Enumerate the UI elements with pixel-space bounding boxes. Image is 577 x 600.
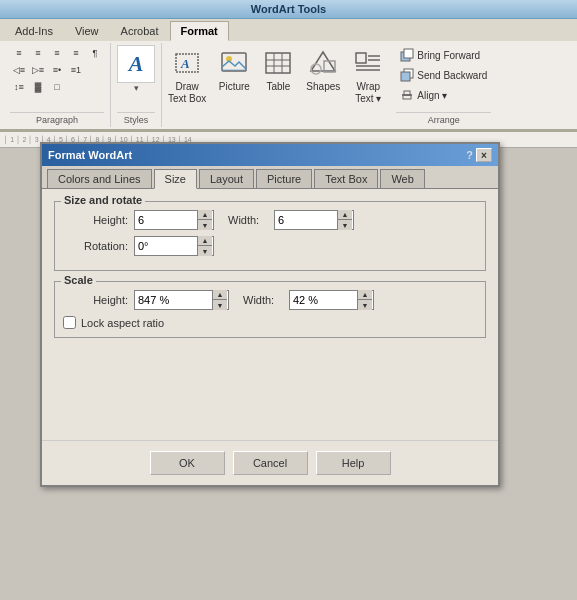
scale-width-down-btn[interactable]: ▼	[358, 300, 372, 310]
scale-height-spinner[interactable]: ▲ ▼	[134, 290, 229, 310]
width-up-btn[interactable]: ▲	[338, 210, 352, 220]
send-backward-btn[interactable]: Send Backward	[396, 65, 491, 85]
lock-aspect-label: Lock aspect ratio	[81, 317, 164, 329]
dialog-tabs: Colors and Lines Size Layout Picture Tex…	[42, 166, 498, 189]
bring-forward-btn[interactable]: Bring Forward	[396, 45, 484, 65]
paragraph-buttons: ≡ ≡ ≡ ≡ ¶ ◁≡ ▷≡ ≡• ≡1 ↕≡ ▓ □	[10, 45, 104, 96]
scale-width-input[interactable]	[290, 291, 357, 309]
tab-view[interactable]: View	[64, 21, 110, 41]
height-row: Height: ▲ ▼ Width: ▲ ▼	[63, 210, 477, 230]
ribbon-title: WordArt Tools	[0, 0, 577, 19]
indent-right-btn[interactable]: ▷≡	[29, 62, 47, 78]
help-button[interactable]: Help	[316, 451, 391, 475]
width-label-1: Width:	[228, 214, 268, 226]
rotation-down-btn[interactable]: ▼	[198, 246, 212, 256]
align-icon	[400, 88, 414, 102]
borders-btn[interactable]: □	[48, 79, 66, 95]
height-spinner[interactable]: ▲ ▼	[134, 210, 214, 230]
scale-section: Scale Height: ▲ ▼ Width: ▲	[54, 281, 486, 338]
ribbon-content: ≡ ≡ ≡ ≡ ¶ ◁≡ ▷≡ ≡• ≡1 ↕≡ ▓ □ Par	[0, 41, 577, 131]
align-left-btn[interactable]: ≡	[10, 45, 28, 61]
indent-left-btn[interactable]: ◁≡	[10, 62, 28, 78]
table-label: Table	[266, 81, 290, 92]
height-up-btn[interactable]: ▲	[198, 210, 212, 220]
dialog-title-text: Format WordArt	[48, 149, 132, 161]
list-btn[interactable]: ≡•	[48, 62, 66, 78]
rotation-label: Rotation:	[63, 240, 128, 252]
align-btn[interactable]: Align ▾	[396, 85, 451, 105]
wrap-text-label: WrapText ▾	[355, 81, 381, 105]
tab-picture[interactable]: Picture	[256, 169, 312, 188]
paragraph-label: Paragraph	[10, 112, 104, 125]
paragraph-group: ≡ ≡ ≡ ≡ ¶ ◁≡ ▷≡ ≡• ≡1 ↕≡ ▓ □ Par	[4, 43, 111, 127]
ribbon-title-text: WordArt Tools	[251, 3, 326, 15]
rotation-up-btn[interactable]: ▲	[198, 236, 212, 246]
svg-rect-13	[356, 53, 366, 63]
table-btn[interactable]: Table	[256, 43, 300, 127]
rotation-row: Rotation: ▲ ▼	[63, 236, 477, 256]
picture-btn[interactable]: Picture	[212, 43, 256, 127]
scale-height-label: Height:	[63, 294, 128, 306]
rotation-input[interactable]	[135, 237, 197, 255]
width-label-2: Width:	[243, 294, 283, 306]
picture-label: Picture	[219, 81, 250, 92]
scale-width-up-btn[interactable]: ▲	[358, 290, 372, 300]
svg-rect-21	[401, 72, 410, 81]
cancel-button[interactable]: Cancel	[233, 451, 308, 475]
align-center-btn[interactable]: ≡	[29, 45, 47, 61]
lock-aspect-checkbox[interactable]	[63, 316, 76, 329]
pilcrow-btn[interactable]: ¶	[86, 45, 104, 61]
draw-text-box-label: DrawText Box	[168, 81, 206, 105]
wrap-text-btn[interactable]: WrapText ▾	[346, 43, 390, 127]
size-rotate-section: Size and rotate Height: ▲ ▼ Width:	[54, 201, 486, 271]
svg-rect-5	[266, 53, 290, 73]
shapes-btn[interactable]: Shapes	[300, 43, 346, 127]
dialog-body: Size and rotate Height: ▲ ▼ Width:	[42, 189, 498, 440]
shading-btn[interactable]: ▓	[29, 79, 47, 95]
shapes-label: Shapes	[306, 81, 340, 92]
lock-aspect-row: Lock aspect ratio	[63, 316, 477, 329]
tab-web[interactable]: Web	[380, 169, 424, 188]
shapes-icon	[307, 47, 339, 79]
height-label: Height:	[63, 214, 128, 226]
num-list-btn[interactable]: ≡1	[67, 62, 85, 78]
draw-text-box-btn[interactable]: A DrawText Box	[162, 43, 212, 127]
tab-format[interactable]: Format	[170, 21, 229, 41]
width-down-btn[interactable]: ▼	[338, 220, 352, 230]
width-input[interactable]	[275, 211, 337, 229]
svg-text:A: A	[180, 56, 190, 71]
line-spacing-btn[interactable]: ↕≡	[10, 79, 28, 95]
size-rotate-label: Size and rotate	[61, 194, 145, 206]
width-spinner[interactable]: ▲ ▼	[274, 210, 354, 230]
table-icon	[262, 47, 294, 79]
scale-height-up-btn[interactable]: ▲	[213, 290, 227, 300]
svg-rect-2	[222, 53, 246, 71]
tab-acrobat[interactable]: Acrobat	[110, 21, 170, 41]
dialog-help-btn[interactable]: ?	[466, 149, 473, 161]
tab-colors-lines[interactable]: Colors and Lines	[47, 169, 152, 188]
styles-icon: A	[117, 45, 155, 83]
tab-text-box[interactable]: Text Box	[314, 169, 378, 188]
tab-addins[interactable]: Add-Ins	[4, 21, 64, 41]
styles-group: A ▾ Styles	[111, 43, 162, 127]
justify-btn[interactable]: ≡	[67, 45, 85, 61]
align-right-btn[interactable]: ≡	[48, 45, 66, 61]
scale-width-spinner[interactable]: ▲ ▼	[289, 290, 374, 310]
dialog-close-btn[interactable]: ×	[476, 148, 492, 162]
bring-forward-icon	[400, 48, 414, 62]
ribbon-tabs: Add-Ins View Acrobat Format	[0, 19, 577, 41]
scale-label: Scale	[61, 274, 96, 286]
ok-button[interactable]: OK	[150, 451, 225, 475]
styles-dropdown[interactable]: ▾	[134, 83, 139, 93]
height-down-btn[interactable]: ▼	[198, 220, 212, 230]
scale-height-down-btn[interactable]: ▼	[213, 300, 227, 310]
tab-size[interactable]: Size	[154, 169, 197, 189]
wrap-text-icon	[352, 47, 384, 79]
tab-layout[interactable]: Layout	[199, 169, 254, 188]
svg-rect-4	[222, 69, 246, 71]
scale-height-input[interactable]	[135, 291, 212, 309]
rotation-spinner[interactable]: ▲ ▼	[134, 236, 214, 256]
svg-rect-19	[404, 49, 413, 58]
send-backward-icon	[400, 68, 414, 82]
height-input[interactable]	[135, 211, 197, 229]
